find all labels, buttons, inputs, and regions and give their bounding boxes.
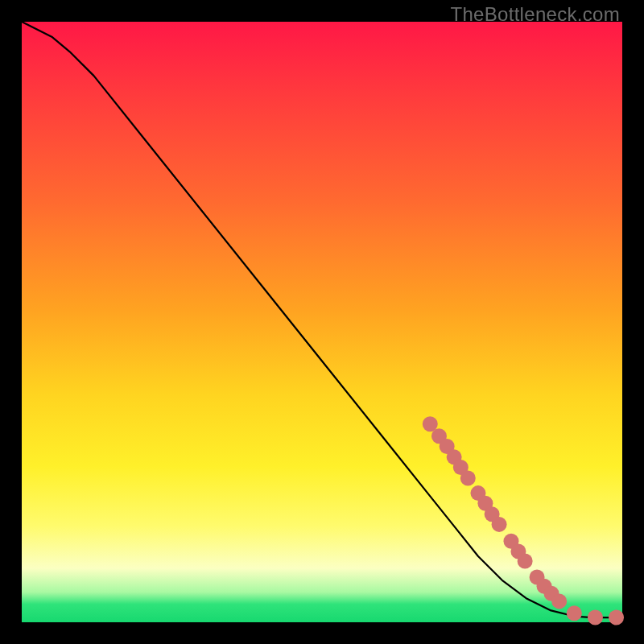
chart-svg <box>22 22 622 622</box>
curve-line <box>22 22 622 617</box>
marker-dot <box>518 553 533 568</box>
marker-dot <box>588 610 603 625</box>
marker-group <box>423 416 624 625</box>
marker-dot <box>567 605 582 621</box>
chart-stage: TheBottleneck.com <box>0 0 644 644</box>
marker-dot <box>551 593 567 609</box>
marker-dot <box>460 470 476 485</box>
plot-area <box>22 22 622 622</box>
marker-dot <box>492 517 507 532</box>
marker-dot <box>609 610 624 625</box>
